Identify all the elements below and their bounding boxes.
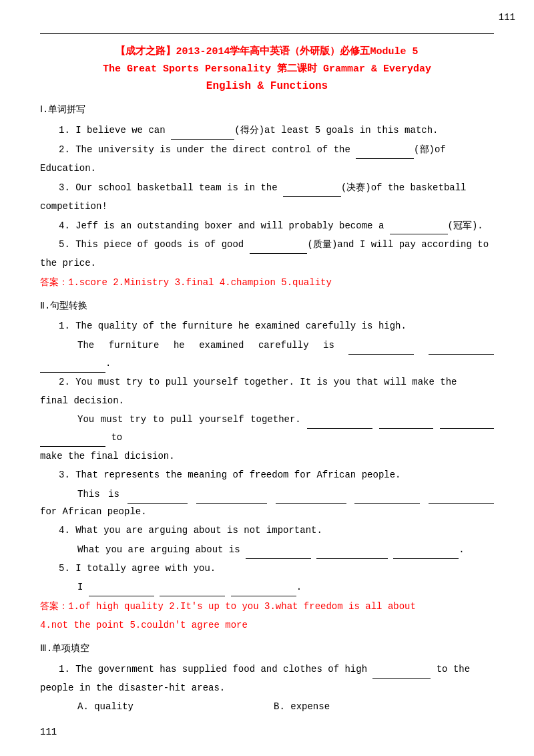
blank-s2-4a [246,541,311,559]
section1-item3: 3. Our school basketball team is in the … [40,179,494,197]
section1-answer-label: 答案： [40,277,68,288]
blank-s2-3a [127,486,188,504]
page-number-bottom: 111 [40,727,57,737]
section2-answer-cont: 4.not the point 5.couldn't agree more [40,617,494,634]
blank-s2-2b [379,411,433,429]
blank-s2-1c [40,355,105,373]
section2-item2-orig: 2. You must try to pull yourself togethe… [40,374,494,391]
blank-s2-5c [231,578,296,596]
section3-item1-cont: people in the disaster-hit areas. [40,680,494,697]
blank-s2-3b [196,486,267,504]
section2-answer: 答案：1.of high quality 2.It's up to you 3.… [40,598,494,616]
top-rule [40,33,494,34]
blank5 [250,236,308,254]
section2-item1-orig: 1. The quality of the furniture he exami… [40,318,494,335]
section2-item4-orig: 4. What you are arguing about is not imp… [40,522,494,540]
blank-s2-4c [393,541,459,559]
blank4 [390,217,448,235]
section2-answer-text2: 4.not the point 5.couldn't agree more [40,620,248,630]
blank-s2-5a [89,578,154,596]
section2-answer-label: 答案： [40,601,68,612]
page: 111 【成才之路】2013-2014学年高中英语（外研版）必修五Module … [0,0,534,756]
section1-item2-cont: Education. [40,160,494,178]
title-line3: English & Functions [40,77,494,96]
section2-header-text: Ⅱ.句型转换 [40,301,87,311]
section1-item4: 4. Jeff is an outstanding boxer and will… [40,217,494,235]
section2-content: 1. The quality of the furniture he exami… [40,318,494,634]
section2-answer-text: 1.of high quality 2.It's up to you 3.wha… [68,601,416,612]
section2-item2-blank-cont: make the final dicision. [40,448,494,465]
section1-item1: 1. I believe we can (得分)at least 5 goals… [40,122,494,140]
title-block: 【成才之路】2013-2014学年高中英语（外研版）必修五Module 5 Th… [40,43,494,96]
blank-s2-5b [160,578,225,596]
section2-item2-blank: You must try to pull yourself together. … [40,411,494,447]
section1-header: Ⅰ.单词拼写 [40,101,494,119]
blank2 [356,141,414,159]
section2-item5-blank: I . [40,578,494,596]
section3: Ⅲ.单项填空 1. The government has supplied fo… [40,640,494,716]
section1-item5-cont: the price. [40,255,494,272]
section2-header: Ⅱ.句型转换 [40,297,494,315]
blank-s2-4b [316,541,387,559]
section2-item1-blank: The furniture he examined carefully is . [40,337,494,373]
blank-s2-1a [348,337,414,355]
section2-item3-blank: This is for African people. [40,486,494,521]
blank-s2-2d [40,429,105,447]
section2-item3-orig: 3. That represents the meaning of freedo… [40,467,494,484]
blank-s3-1 [372,660,431,679]
section3-item1: 1. The government has supplied food and … [40,660,494,679]
page-number-top: 111 [499,12,515,23]
section3-item1-options: A. quality B. expense [40,699,494,716]
section3-content: 1. The government has supplied food and … [40,660,494,716]
section1: Ⅰ.单词拼写 1. I believe we can (得分)at least … [40,101,494,292]
section3-header: Ⅲ.单项填空 [40,640,494,658]
section1-header-text: Ⅰ.单词拼写 [40,104,85,115]
blank-s2-3e [429,486,494,504]
section1-item3-cont: competition! [40,198,494,216]
blank1 [171,122,234,140]
section2-item2-orig-cont: final decision. [40,393,494,410]
section3-header-text: Ⅲ.单项填空 [40,643,89,654]
section1-answer-text: 1.score 2.Ministry 3.final 4.champion 5.… [68,277,332,288]
section1-content: 1. I believe we can (得分)at least 5 goals… [40,122,494,292]
section2-item5-orig: 5. I totally agree with you. [40,560,494,578]
section2-item4-blank: What you are arguing about is . [40,541,494,559]
blank-s2-2c [440,411,494,429]
blank-s2-3c [276,486,346,504]
blank-s2-3d [354,486,420,504]
section2: Ⅱ.句型转换 1. The quality of the furniture h… [40,297,494,634]
section1-answer: 答案：1.score 2.Ministry 3.final 4.champion… [40,274,494,292]
blank3 [283,179,341,197]
title-line2: The Great Sports Personality 第二课时 Gramma… [40,61,494,78]
blank-s2-2a [307,411,372,429]
section1-item5: 5. This piece of goods is of good (质量)an… [40,236,494,254]
title-line1: 【成才之路】2013-2014学年高中英语（外研版）必修五Module 5 [40,43,494,61]
blank-s2-1b [429,337,494,355]
section1-item2: 2. The university is under the direct co… [40,141,494,159]
